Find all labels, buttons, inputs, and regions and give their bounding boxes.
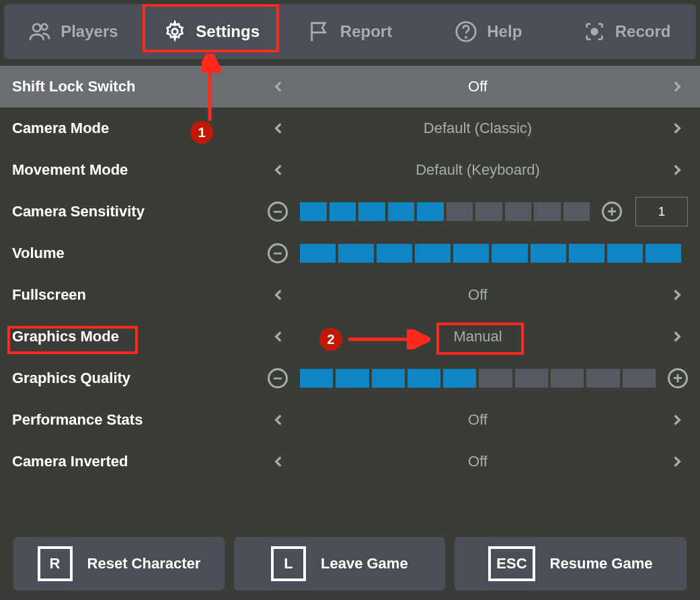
leave-game-label: Leave Game: [321, 555, 408, 572]
movement-mode-prev[interactable]: [268, 159, 289, 181]
row-graphics-quality: Graphics Quality − +: [0, 357, 700, 399]
tab-bar: Players Settings Report Help Record: [4, 4, 696, 59]
key-hint-reset: R: [38, 546, 73, 581]
tab-record-label: Record: [615, 22, 671, 41]
plus-icon: +: [607, 204, 617, 220]
segment: [358, 202, 385, 221]
help-icon: [455, 20, 477, 43]
performance-stats-prev[interactable]: [268, 409, 289, 431]
segment: [453, 244, 489, 263]
tab-settings-label: Settings: [196, 22, 260, 41]
fullscreen-prev[interactable]: [268, 284, 289, 306]
segment: [479, 369, 512, 388]
chevron-right-icon: [670, 451, 684, 472]
segment: [534, 202, 561, 221]
graphics-quality-minus[interactable]: −: [268, 368, 288, 388]
volume-minus[interactable]: −: [268, 243, 288, 263]
graphics-mode-prev[interactable]: [268, 326, 289, 347]
gear-icon: [163, 20, 186, 43]
row-camera-sensitivity: Camera Sensitivity − +: [0, 191, 700, 232]
segment: [372, 369, 405, 388]
segment: [300, 369, 333, 388]
shift-lock-prev[interactable]: [268, 76, 289, 97]
segment: [443, 369, 476, 388]
camera-mode-value: Default (Classic): [295, 120, 661, 137]
minus-icon: −: [273, 204, 282, 220]
minus-icon: −: [273, 245, 282, 261]
performance-stats-value: Off: [295, 411, 661, 429]
movement-mode-next[interactable]: [666, 159, 688, 181]
camera-mode-next[interactable]: [666, 118, 688, 139]
row-volume: Volume −: [0, 232, 700, 274]
segment: [569, 244, 605, 263]
segment: [505, 202, 532, 221]
segment: [551, 369, 584, 388]
segment: [531, 244, 566, 263]
leave-game-button[interactable]: L Leave Game: [234, 537, 445, 591]
segment: [415, 244, 451, 263]
tab-report-label: Report: [340, 22, 392, 41]
label-performance-stats: Performance Stats: [12, 411, 268, 429]
label-graphics-mode: Graphics Mode: [12, 328, 268, 345]
chevron-left-icon: [272, 76, 285, 97]
shift-lock-value: Off: [295, 78, 661, 95]
label-graphics-quality: Graphics Quality: [12, 370, 268, 387]
tab-players[interactable]: Players: [4, 4, 143, 59]
fullscreen-next[interactable]: [666, 284, 688, 306]
camera-sensitivity-slider[interactable]: [300, 202, 590, 221]
tab-help[interactable]: Help: [419, 4, 557, 59]
svg-point-5: [591, 29, 597, 35]
label-volume: Volume: [12, 245, 268, 262]
label-fullscreen: Fullscreen: [12, 286, 268, 304]
segment: [646, 244, 681, 263]
chevron-left-icon: [272, 159, 285, 181]
graphics-mode-next[interactable]: [666, 326, 688, 347]
camera-inverted-value: Off: [295, 453, 661, 470]
label-camera-inverted: Camera Inverted: [12, 453, 268, 470]
row-fullscreen: Fullscreen Off: [0, 274, 700, 316]
segment: [407, 369, 440, 388]
volume-slider[interactable]: [300, 244, 681, 263]
segment: [377, 244, 412, 263]
chevron-right-icon: [670, 159, 684, 181]
chevron-right-icon: [670, 76, 684, 97]
chevron-right-icon: [670, 409, 684, 431]
label-camera-mode: Camera Mode: [12, 120, 268, 137]
players-icon: [28, 20, 51, 43]
minus-icon: −: [273, 370, 282, 386]
chevron-left-icon: [272, 118, 285, 139]
performance-stats-next[interactable]: [666, 409, 688, 431]
tab-report[interactable]: Report: [281, 4, 420, 59]
row-graphics-mode: Graphics Mode Manual: [0, 316, 700, 357]
key-hint-leave: L: [271, 546, 306, 581]
segment: [475, 202, 502, 221]
resume-game-label: Resume Game: [550, 555, 653, 572]
segment: [300, 244, 336, 263]
chevron-left-icon: [272, 409, 285, 431]
label-shift-lock: Shift Lock Switch: [12, 78, 268, 95]
chevron-right-icon: [670, 284, 684, 306]
row-camera-inverted: Camera Inverted Off: [0, 441, 700, 482]
camera-sensitivity-plus[interactable]: +: [602, 202, 622, 222]
tab-record[interactable]: Record: [557, 4, 696, 59]
segment: [623, 369, 656, 388]
reset-character-label: Reset Character: [87, 555, 201, 572]
segment: [336, 369, 368, 388]
camera-sensitivity-minus[interactable]: −: [268, 202, 288, 222]
tab-settings[interactable]: Settings: [143, 4, 281, 59]
camera-sensitivity-input[interactable]: [635, 197, 688, 226]
shift-lock-next[interactable]: [666, 76, 688, 97]
row-performance-stats: Performance Stats Off: [0, 399, 700, 441]
graphics-mode-value: Manual: [295, 328, 661, 345]
segment: [300, 202, 327, 221]
resume-game-button[interactable]: ESC Resume Game: [455, 537, 687, 591]
key-hint-resume: ESC: [488, 546, 535, 581]
graphics-quality-slider[interactable]: [300, 369, 656, 388]
reset-character-button[interactable]: R Reset Character: [13, 537, 225, 591]
segment: [586, 369, 619, 388]
camera-inverted-prev[interactable]: [268, 451, 289, 472]
camera-mode-prev[interactable]: [268, 118, 289, 139]
camera-inverted-next[interactable]: [666, 451, 688, 472]
label-movement-mode: Movement Mode: [12, 161, 268, 179]
graphics-quality-plus[interactable]: +: [668, 368, 688, 388]
